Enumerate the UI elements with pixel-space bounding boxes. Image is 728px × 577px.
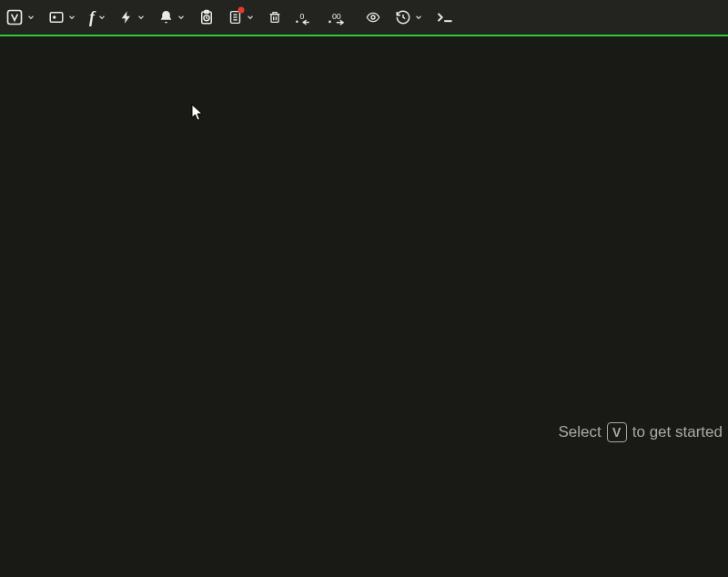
increase-decimal[interactable]: 00	[328, 9, 351, 25]
svg-point-10	[238, 7, 245, 14]
chevron-down-icon	[67, 13, 76, 22]
svg-rect-1	[50, 13, 63, 23]
cursor-icon	[191, 104, 206, 126]
svg-rect-11	[271, 15, 278, 23]
chevron-down-icon	[97, 13, 106, 22]
actions-menu[interactable]	[119, 9, 146, 25]
svg-point-16	[329, 21, 331, 24]
chevron-down-icon	[246, 13, 255, 22]
chevron-down-icon	[26, 13, 35, 22]
function-icon: f	[89, 8, 95, 27]
toolbar: f	[0, 0, 728, 35]
eye-icon	[364, 10, 382, 25]
history-menu[interactable]	[395, 9, 423, 25]
get-started-hint: Select V to get started	[559, 422, 723, 442]
history-icon	[395, 9, 411, 25]
function-menu[interactable]: f	[89, 8, 106, 27]
chevron-down-icon	[177, 13, 186, 22]
delete[interactable]	[268, 9, 282, 25]
notes-menu[interactable]	[228, 8, 255, 26]
visibility[interactable]	[364, 10, 382, 25]
svg-rect-0	[8, 11, 22, 25]
svg-point-14	[296, 20, 298, 23]
terminal-icon	[436, 11, 454, 24]
svg-text:0: 0	[300, 12, 305, 21]
panel-menu[interactable]	[48, 9, 76, 25]
workspace: Select V to get started	[0, 36, 728, 577]
svg-point-18	[371, 15, 375, 19]
svg-rect-4	[205, 11, 209, 14]
panel-icon	[48, 9, 65, 25]
brand-menu[interactable]	[5, 8, 35, 26]
notes-icon	[228, 8, 243, 26]
decrease-decimal[interactable]: 0	[295, 9, 315, 25]
clipboard-clock-icon	[198, 8, 215, 26]
svg-point-2	[53, 15, 56, 18]
terminal[interactable]	[436, 11, 454, 24]
increase-decimal-icon: 00	[328, 9, 351, 25]
svg-text:00: 00	[332, 12, 341, 21]
bell-icon	[158, 9, 174, 25]
hint-text-after: to get started	[632, 423, 723, 441]
hint-text-before: Select	[559, 423, 602, 441]
clipboard-time[interactable]	[198, 8, 215, 26]
chevron-down-icon	[414, 13, 423, 22]
alerts-menu[interactable]	[158, 9, 186, 25]
decrease-decimal-icon: 0	[295, 9, 315, 25]
v-key-icon: V	[607, 422, 627, 442]
v-box-icon	[5, 8, 24, 26]
trash-icon	[268, 9, 282, 25]
chevron-down-icon	[136, 13, 146, 22]
bolt-icon	[119, 9, 134, 25]
